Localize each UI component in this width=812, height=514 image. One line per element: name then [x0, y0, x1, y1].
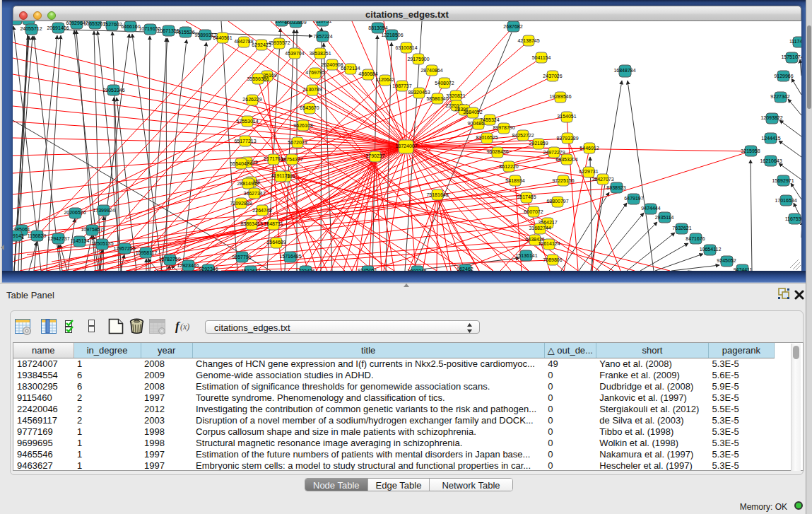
- svg-text:63100814: 63100814: [395, 45, 417, 50]
- svg-text:2687682: 2687682: [503, 24, 522, 29]
- svg-text:5041154: 5041154: [532, 55, 551, 60]
- svg-text:6466160: 6466160: [121, 24, 140, 29]
- svg-text:75181648: 75181648: [426, 192, 448, 197]
- svg-text:8938923: 8938923: [606, 185, 625, 190]
- svg-text:7857224: 7857224: [313, 34, 332, 39]
- svg-text:12093822: 12093822: [760, 115, 782, 120]
- svg-text:15716485: 15716485: [279, 254, 301, 259]
- svg-text:7089806: 7089806: [543, 257, 562, 262]
- svg-text:15692971: 15692971: [772, 178, 794, 183]
- svg-text:10975857: 10975857: [81, 227, 102, 232]
- svg-text:16210643: 16210643: [760, 158, 782, 163]
- svg-text:2564689: 2564689: [266, 240, 286, 245]
- svg-text:3684052: 3684052: [463, 110, 482, 115]
- svg-text:3215958: 3215958: [741, 148, 760, 153]
- svg-text:3154051: 3154051: [557, 114, 576, 119]
- svg-text:38427073: 38427073: [592, 177, 613, 182]
- svg-text:17399924: 17399924: [93, 208, 114, 213]
- svg-text:1848731: 1848731: [264, 221, 283, 226]
- svg-text:26240908: 26240908: [321, 62, 343, 67]
- svg-text:20691406: 20691406: [47, 25, 69, 30]
- svg-text:16033809: 16033809: [284, 21, 306, 25]
- svg-text:20206576: 20206576: [64, 210, 86, 215]
- svg-text:72092888: 72092888: [230, 201, 252, 206]
- svg-text:10958117: 10958117: [136, 250, 158, 255]
- svg-text:1987737: 1987737: [392, 83, 411, 88]
- svg-text:4769795: 4769795: [305, 70, 324, 75]
- svg-text:24972279: 24972279: [543, 150, 565, 155]
- svg-text:6007072: 6007072: [524, 209, 543, 214]
- svg-text:9227342: 9227342: [770, 94, 789, 99]
- svg-text:12505135: 12505135: [91, 241, 113, 246]
- svg-text:5446912: 5446912: [579, 146, 599, 151]
- svg-text:9245052: 9245052: [717, 258, 736, 263]
- svg-text:29175900: 29175900: [407, 57, 429, 62]
- svg-text:9657791: 9657791: [232, 255, 251, 259]
- svg-text:6440561: 6440561: [213, 35, 232, 40]
- svg-text:2437026: 2437026: [543, 74, 562, 78]
- svg-text:17957255: 17957255: [113, 246, 135, 251]
- svg-text:31682744: 31682744: [529, 226, 551, 230]
- svg-text:2130789: 2130789: [302, 87, 322, 92]
- svg-text:12614124: 12614124: [538, 241, 560, 246]
- svg-text:68353204: 68353204: [555, 157, 577, 162]
- svg-text:1156829: 1156829: [28, 233, 47, 238]
- svg-text:4539704: 4539704: [285, 51, 304, 56]
- svg-text:6543670: 6543670: [300, 105, 319, 110]
- svg-text:2921859: 2921859: [529, 141, 548, 146]
- svg-text:939143: 939143: [13, 233, 24, 238]
- svg-text:29053346: 29053346: [102, 88, 124, 93]
- svg-text:8471676: 8471676: [686, 236, 705, 241]
- svg-text:15751074: 15751074: [781, 54, 801, 59]
- svg-text:8612220: 8612220: [499, 164, 518, 169]
- svg-text:83863413: 83863413: [240, 221, 262, 226]
- svg-text:12942737: 12942737: [47, 236, 69, 241]
- svg-text:55540424: 55540424: [230, 161, 252, 166]
- svg-text:15136141: 15136141: [515, 253, 537, 258]
- svg-text:4842788: 4842788: [234, 39, 253, 44]
- svg-text:24055712: 24055712: [20, 26, 42, 31]
- svg-text:9517485: 9517485: [517, 194, 536, 199]
- svg-text:1117457: 1117457: [789, 39, 801, 44]
- svg-text:1527602: 1527602: [102, 22, 122, 27]
- svg-text:84252722: 84252722: [512, 133, 534, 138]
- svg-text:58586340: 58586340: [426, 96, 448, 101]
- svg-text:2264748: 2264748: [252, 208, 271, 213]
- svg-text:7632621: 7632621: [672, 226, 691, 230]
- svg-text:35556386: 35556386: [247, 76, 269, 81]
- svg-text:7455324: 7455324: [480, 117, 499, 122]
- svg-text:3790237: 3790237: [365, 153, 384, 158]
- svg-text:5672073: 5672073: [288, 140, 307, 145]
- svg-text:8813054: 8813054: [368, 25, 387, 30]
- svg-text:16782759: 16782759: [158, 257, 180, 262]
- svg-text:81016525: 81016525: [476, 135, 498, 140]
- svg-text:4191175: 4191175: [271, 173, 290, 178]
- svg-text:89978790: 89978790: [493, 125, 514, 130]
- svg-text:28740864: 28740864: [420, 68, 442, 73]
- svg-text:6479197: 6479197: [624, 196, 643, 201]
- svg-text:38754377: 38754377: [281, 157, 302, 162]
- svg-text:42138745: 42138745: [517, 38, 539, 43]
- svg-text:97225156: 97225156: [552, 178, 574, 183]
- svg-text:1167534: 1167534: [785, 216, 801, 221]
- svg-text:4860684: 4860684: [358, 71, 377, 76]
- svg-text:38538251: 38538251: [309, 51, 331, 56]
- svg-text:(x): (x): [180, 322, 189, 332]
- svg-text:9129966: 9129966: [774, 74, 793, 78]
- svg-text:10654112: 10654112: [700, 247, 722, 252]
- svg-text:12923446: 12923446: [177, 263, 199, 268]
- svg-text:7515526: 7515526: [175, 30, 194, 35]
- svg-text:6672134: 6672134: [341, 66, 360, 71]
- svg-text:3320821: 3320821: [446, 93, 465, 98]
- svg-text:88320463: 88320463: [408, 90, 430, 95]
- svg-text:9110731: 9110731: [313, 21, 332, 23]
- svg-text:34627347: 34627347: [243, 191, 265, 196]
- svg-text:2935114: 2935114: [655, 215, 674, 220]
- svg-text:2626229: 2626229: [242, 97, 261, 102]
- svg-text:1244415: 1244415: [761, 136, 780, 141]
- svg-text:65177213: 65177213: [234, 139, 256, 144]
- svg-text:28814949: 28814949: [237, 181, 259, 186]
- svg-text:45935572: 45935572: [268, 40, 290, 45]
- svg-text:57553014: 57553014: [236, 119, 258, 124]
- svg-text:9626108: 9626108: [293, 123, 312, 128]
